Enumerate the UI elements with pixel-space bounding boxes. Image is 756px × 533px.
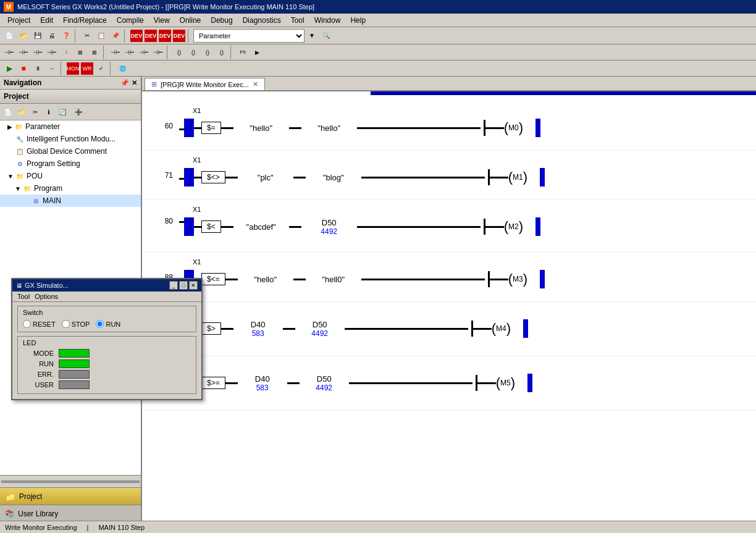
nav-new-btn[interactable]: 📄	[2, 106, 14, 118]
x-label-71: X1	[193, 156, 201, 164]
ladder-coil-4[interactable]: ()	[215, 46, 229, 59]
sep2	[124, 29, 128, 43]
ladder-btn-4[interactable]: ⊣⊢	[45, 46, 59, 59]
verify-btn[interactable]: ✓	[94, 62, 108, 75]
radio-stop[interactable]: STOP	[62, 320, 90, 328]
copy-button[interactable]: 📋	[94, 29, 108, 43]
toolbar-2: ⊣⊢ ⊣⊢ ⊣⊢ ⊣⊢ ↕ ⊠ ⊠ ⊣⊢ ⊣⊢ ⊣⊢ ⊣⊢ () () () (…	[0, 44, 756, 61]
nav-refresh-btn[interactable]: 🔄	[56, 106, 69, 118]
menu-find-replace[interactable]: Find/Replace	[58, 15, 112, 26]
nav-bottom-user-library[interactable]: 📚 User Library	[0, 505, 141, 522]
tree-item-intelligent[interactable]: 🔧 Intelligent Function Modu...	[0, 133, 141, 145]
parameter-dropdown[interactable]: Parameter	[193, 29, 304, 43]
expand-program[interactable]: ▼	[15, 185, 21, 192]
tree-item-parameter[interactable]: ▶ 📁 Parameter	[0, 120, 141, 133]
step-btn[interactable]: →	[45, 62, 59, 75]
radio-run[interactable]: RUN	[96, 320, 120, 328]
ladder-btn-11[interactable]: ⊣⊢	[151, 46, 165, 59]
sim-menu-tool[interactable]: Tool	[17, 293, 30, 300]
new-button[interactable]: 📄	[2, 29, 16, 43]
nav-info-btn[interactable]: ℹ	[43, 106, 55, 118]
operand2-60: "hello"	[308, 124, 351, 133]
menu-edit[interactable]: Edit	[35, 15, 58, 26]
ladder-coil-1[interactable]: ()	[172, 46, 186, 59]
menu-window[interactable]: Window	[309, 15, 346, 26]
coil-104: ( M5 )	[496, 376, 515, 390]
tree-item-main[interactable]: ⊞ MAIN	[0, 195, 141, 207]
tb-icon-2[interactable]: DEV	[144, 29, 158, 43]
write-btn[interactable]: WR	[80, 62, 94, 75]
menu-project[interactable]: Project	[2, 15, 35, 26]
ladder-btn-2[interactable]: ⊣⊢	[17, 46, 30, 59]
open-button[interactable]: 📂	[17, 29, 30, 43]
menu-debug[interactable]: Debug	[206, 15, 237, 26]
project-nav-icon: 📁	[5, 492, 15, 502]
help-button[interactable]: ❓	[59, 29, 73, 43]
ladder-coil-2[interactable]: ()	[187, 46, 200, 59]
tb-icon-3[interactable]: DEV	[158, 29, 172, 43]
nav-project-label: Project	[19, 492, 42, 501]
sim-minimize-button[interactable]: _	[169, 281, 178, 290]
menu-diagnostics[interactable]: Diagnostics	[238, 15, 286, 26]
sim-close-button[interactable]: ✕	[189, 281, 198, 290]
search-icon[interactable]: 🔍	[319, 29, 333, 43]
print-button[interactable]: 🖨	[45, 29, 59, 43]
tree-item-program-setting[interactable]: ⚙ Program Setting	[0, 157, 141, 170]
sim-title-icon: 🖥	[16, 282, 22, 289]
status-bar: Write Monitor Executing | MAIN 110 Step	[0, 521, 756, 533]
menu-help[interactable]: Help	[345, 15, 371, 26]
ladder-coil-3[interactable]: ()	[201, 46, 214, 59]
sim-restore-button[interactable]: □	[179, 281, 188, 290]
nav-cut-btn[interactable]: ✂	[29, 106, 41, 118]
ladder-btn-9[interactable]: ⊣⊢	[123, 46, 136, 59]
nav-bottom-project[interactable]: 📁 Project	[0, 487, 141, 505]
rung-80: 80 X1 $<	[142, 200, 756, 253]
dropdown-arrow[interactable]: ▼	[305, 29, 319, 43]
save-button[interactable]: 💾	[31, 29, 44, 43]
radio-reset[interactable]: RESET	[23, 320, 56, 328]
ladder-btn-10[interactable]: ⊣⊢	[137, 46, 151, 59]
tb-icon-1[interactable]: DEV	[130, 29, 143, 43]
ladder-btn-1[interactable]: ⊣⊢	[2, 46, 16, 59]
tree-item-program[interactable]: ▼ 📁 Program	[0, 182, 141, 195]
paste-button[interactable]: 📌	[109, 29, 122, 43]
global-device-icon: 📋	[15, 146, 25, 156]
ladder-top-bar	[371, 91, 756, 95]
cut-button[interactable]: ✂	[80, 29, 94, 43]
tree-item-global-device[interactable]: 📋 Global Device Comment	[0, 145, 141, 157]
nav-add-btn[interactable]: ➕	[72, 106, 85, 118]
monitor-btn[interactable]: MON	[66, 62, 80, 75]
menu-tool[interactable]: Tool	[286, 15, 309, 26]
expand-pou[interactable]: ▼	[7, 173, 14, 180]
nav-pin-icon[interactable]: 📌	[120, 79, 129, 87]
online-btn[interactable]: 🌐	[116, 62, 129, 75]
compile-btn[interactable]: ▶	[250, 46, 264, 59]
nav-folder-btn[interactable]: 📁	[15, 106, 28, 118]
contact-blue-60	[184, 119, 194, 137]
step-71: 71	[142, 154, 179, 196]
tb-icon-4[interactable]: DEV	[172, 29, 186, 43]
ladder-btn-3[interactable]: ⊣⊢	[31, 46, 44, 59]
status-sep: |	[87, 524, 89, 531]
ladder-area[interactable]: 60 X1	[142, 91, 756, 522]
func-btn[interactable]: F5	[236, 46, 250, 59]
tab-close-button[interactable]: ✕	[253, 80, 258, 88]
nav-close-icon[interactable]: ✕	[132, 79, 137, 87]
menu-view[interactable]: View	[149, 15, 175, 26]
sim-menu-options[interactable]: Options	[35, 293, 58, 300]
nav-title: Navigation	[4, 78, 41, 87]
run-btn[interactable]: ▶	[2, 62, 16, 75]
pause-btn[interactable]: ⏸	[31, 62, 44, 75]
menu-online[interactable]: Online	[175, 15, 206, 26]
menu-compile[interactable]: Compile	[112, 15, 149, 26]
main-tab[interactable]: ⊞ [PRG]R Write Monitor Exec... ✕	[145, 78, 265, 90]
nav-scrollbar[interactable]	[0, 475, 141, 487]
ladder-btn-5[interactable]: ↕	[59, 46, 73, 59]
stop-btn[interactable]: ■	[17, 62, 30, 75]
expand-parameter[interactable]: ▶	[7, 124, 12, 130]
tree-item-pou[interactable]: ▼ 📁 POU	[0, 170, 141, 182]
ladder-btn-7[interactable]: ⊠	[88, 46, 101, 59]
ladder-btn-6[interactable]: ⊠	[74, 46, 87, 59]
ladder-btn-8[interactable]: ⊣⊢	[109, 46, 122, 59]
x-label-row-80: X1	[193, 203, 756, 216]
